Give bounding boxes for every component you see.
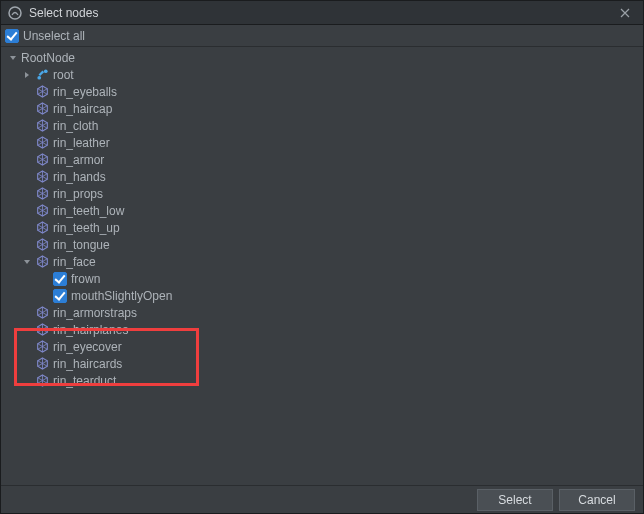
geometry-icon: [35, 102, 49, 116]
tree-node-row[interactable]: rin_teeth_low: [1, 202, 643, 219]
tree-node-label: rin_armor: [53, 153, 104, 167]
geometry-icon: [35, 170, 49, 184]
tree-node-label: rin_cloth: [53, 119, 98, 133]
geometry-icon: [35, 221, 49, 235]
svg-rect-3: [38, 71, 44, 77]
unselect-all-label: Unselect all: [23, 29, 85, 43]
toggle-spacer: [21, 154, 33, 166]
window-title: Select nodes: [29, 6, 613, 20]
geometry-icon: [35, 306, 49, 320]
toggle-spacer: [21, 171, 33, 183]
toggle-spacer: [21, 375, 33, 387]
tree-node-label: rin_tongue: [53, 238, 110, 252]
tree-node-row[interactable]: rin_eyecover: [1, 338, 643, 355]
toggle-spacer: [21, 137, 33, 149]
tree-node-row[interactable]: root: [1, 66, 643, 83]
tree-node-label: rin_haircap: [53, 102, 112, 116]
toggle-spacer: [21, 120, 33, 132]
geometry-icon: [35, 238, 49, 252]
toggle-spacer: [21, 103, 33, 115]
toggle-spacer: [21, 239, 33, 251]
select-button[interactable]: Select: [477, 489, 553, 511]
geometry-icon: [35, 255, 49, 269]
geometry-icon: [35, 119, 49, 133]
tree-node-row[interactable]: rin_hairplanes: [1, 321, 643, 338]
titlebar: Select nodes: [1, 1, 643, 25]
tree-node-label: rin_teeth_low: [53, 204, 124, 218]
tree-node-label: rin_face: [53, 255, 96, 269]
chevron-down-icon[interactable]: [7, 52, 19, 64]
tree-root-label: RootNode: [21, 51, 75, 65]
tree-node-label: rin_eyecover: [53, 340, 122, 354]
tree-node-label: rin_leather: [53, 136, 110, 150]
tree-node-row[interactable]: rin_haircards: [1, 355, 643, 372]
svg-point-2: [43, 69, 47, 73]
geometry-icon: [35, 323, 49, 337]
node-tree[interactable]: RootNoderootrin_eyeballsrin_haircaprin_c…: [1, 47, 643, 485]
svg-point-1: [37, 76, 41, 80]
toggle-spacer: [21, 324, 33, 336]
toggle-spacer: [21, 222, 33, 234]
geometry-icon: [35, 374, 49, 388]
footer: Select Cancel: [1, 485, 643, 513]
geometry-icon: [35, 204, 49, 218]
tree-node-label: rin_haircards: [53, 357, 122, 371]
geometry-icon: [35, 153, 49, 167]
tree-node-label: rin_hands: [53, 170, 106, 184]
geometry-icon: [35, 357, 49, 371]
geometry-icon: [35, 136, 49, 150]
toggle-spacer: [21, 307, 33, 319]
tree-node-row[interactable]: rin_armor: [1, 151, 643, 168]
tree-node-row[interactable]: rin_haircap: [1, 100, 643, 117]
chevron-right-icon[interactable]: [21, 69, 33, 81]
tree-node-label: rin_props: [53, 187, 103, 201]
tree-node-row[interactable]: rin_tongue: [1, 236, 643, 253]
close-button[interactable]: [613, 4, 637, 22]
tree-node-label: root: [53, 68, 74, 82]
tree-node-row[interactable]: rin_props: [1, 185, 643, 202]
unselect-all-checkbox[interactable]: [5, 29, 19, 43]
tree-node-row[interactable]: rin_teeth_up: [1, 219, 643, 236]
toggle-spacer: [21, 341, 33, 353]
tree-node-row[interactable]: rin_cloth: [1, 117, 643, 134]
morph-checkbox[interactable]: [53, 272, 67, 286]
tree-child-row[interactable]: mouthSlightlyOpen: [1, 287, 643, 304]
tree-node-row[interactable]: rin_leather: [1, 134, 643, 151]
tree-child-label: frown: [71, 272, 100, 286]
geometry-icon: [35, 187, 49, 201]
tree-child-label: mouthSlightlyOpen: [71, 289, 172, 303]
unselect-all-row[interactable]: Unselect all: [1, 25, 643, 47]
tree-root-row[interactable]: RootNode: [1, 49, 643, 66]
app-icon: [7, 5, 23, 21]
tree-node-row[interactable]: rin_tearduct: [1, 372, 643, 389]
tree-node-row[interactable]: rin_face: [1, 253, 643, 270]
tree-node-row[interactable]: rin_hands: [1, 168, 643, 185]
toggle-spacer: [21, 188, 33, 200]
tree-node-row[interactable]: rin_eyeballs: [1, 83, 643, 100]
tree-node-label: rin_eyeballs: [53, 85, 117, 99]
chevron-down-icon[interactable]: [21, 256, 33, 268]
close-icon: [620, 8, 630, 18]
toggle-spacer: [21, 205, 33, 217]
toggle-spacer: [21, 358, 33, 370]
tree-node-row[interactable]: rin_armorstraps: [1, 304, 643, 321]
tree-node-label: rin_teeth_up: [53, 221, 120, 235]
geometry-icon: [35, 85, 49, 99]
tree-node-label: rin_armorstraps: [53, 306, 137, 320]
cancel-button[interactable]: Cancel: [559, 489, 635, 511]
morph-checkbox[interactable]: [53, 289, 67, 303]
tree-child-row[interactable]: frown: [1, 270, 643, 287]
toggle-spacer: [21, 86, 33, 98]
bone-icon: [35, 68, 49, 82]
geometry-icon: [35, 340, 49, 354]
tree-node-label: rin_hairplanes: [53, 323, 128, 337]
tree-node-label: rin_tearduct: [53, 374, 116, 388]
